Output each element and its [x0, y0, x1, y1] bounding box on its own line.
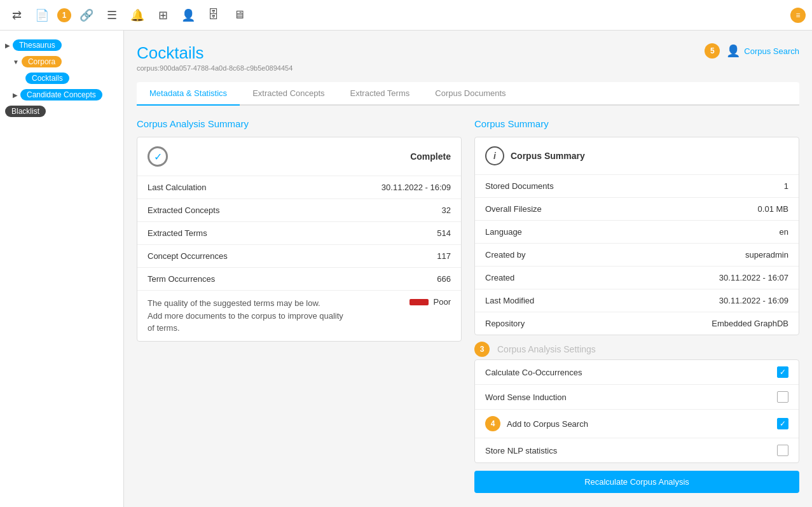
settings-header: 3 Corpus Analysis Settings — [474, 335, 799, 359]
setting-nlp-stats: Store NLP statistics — [475, 438, 799, 462]
row-last-modified: Last Modified 30.11.2022 - 16:09 — [475, 289, 799, 312]
corpus-search-label: Corpus Search — [744, 46, 799, 56]
corpus-search-icon: 👤 — [726, 44, 740, 58]
row-value-ext-terms: 514 — [437, 228, 451, 238]
row-value-concept-occ: 117 — [437, 251, 451, 261]
arrow-corpora: ▼ — [13, 59, 19, 66]
label-created: Created — [485, 273, 514, 282]
step3-badge: 3 — [474, 342, 490, 357]
toolbar-icon-document[interactable]: 📄 — [32, 5, 52, 25]
toolbar-icon-person[interactable]: 👤 — [178, 5, 198, 25]
row-value-ext-concepts: 32 — [442, 205, 451, 215]
sidebar: ▶ Thesaurus ▼ Corpora Cocktails ▶ Candid… — [0, 31, 124, 507]
corpus-summary-header: i Corpus Summary — [475, 137, 799, 175]
row-extracted-concepts: Extracted Concepts 32 — [137, 199, 461, 222]
blacklist-label[interactable]: Blacklist — [5, 106, 46, 117]
row-value-last-calc: 30.11.2022 - 16:09 — [382, 183, 451, 192]
two-column-layout: Corpus Analysis Summary ✓ Complete Last … — [137, 118, 799, 493]
recalculate-button[interactable]: Recalculate Corpus Analysis — [474, 471, 799, 493]
label-created-by: Created by — [485, 250, 526, 260]
thesaurus-label[interactable]: Thesaurus — [13, 39, 62, 51]
label-last-modified: Last Modified — [485, 296, 534, 305]
row-language: Language en — [475, 221, 799, 244]
corpus-summary-title: Corpus Summary — [474, 118, 799, 129]
row-repository: Repository Embedded GraphDB — [475, 312, 799, 335]
tab-extracted-concepts[interactable]: Extracted Concepts — [240, 82, 337, 106]
tabs-container: Metadata & Statistics Extracted Concepts… — [137, 82, 799, 106]
toolbar-icon-share[interactable]: ⇄ — [6, 5, 27, 25]
toolbar-icon-list[interactable]: ☰ — [102, 5, 122, 25]
row-concept-occurrences: Concept Occurrences 117 — [137, 245, 461, 268]
settings-card: Calculate Co-Occurrences ✓ Word Sense In… — [474, 359, 799, 463]
summary-header: ✓ Complete — [137, 137, 461, 176]
toolbar-icon-link[interactable]: 🔗 — [76, 5, 97, 25]
setting-corpus-search: 4 Add to Corpus Search ✓ — [475, 410, 799, 438]
corpus-summary-header-label: Corpus Summary — [511, 151, 585, 161]
label-corpus-search-setting: Add to Corpus Search — [507, 419, 588, 429]
row-filesize: Overall Filesize 0.01 MB — [475, 198, 799, 221]
toolbar-icon-db[interactable]: 🗄 — [203, 5, 224, 25]
row-created: Created 30.11.2022 - 16:07 — [475, 267, 799, 289]
corpus-analysis-card: ✓ Complete Last Calculation 30.11.2022 -… — [137, 137, 462, 342]
checkbox-word-sense[interactable] — [777, 391, 788, 403]
summary-status: Complete — [410, 151, 451, 162]
sidebar-item-candidate[interactable]: ▶ Candidate Concepts — [0, 87, 123, 103]
toolbar-icon-hierarchy[interactable]: ⊞ — [153, 5, 173, 25]
row-label-term-occ: Term Occurrences — [148, 274, 215, 284]
sidebar-item-thesaurus[interactable]: ▶ Thesaurus — [0, 37, 123, 53]
tab-corpus-documents[interactable]: Corpus Documents — [422, 82, 518, 106]
corpus-analysis-title: Corpus Analysis Summary — [137, 118, 462, 129]
corpus-search-button[interactable]: 5 👤 Corpus Search — [705, 43, 799, 59]
quality-bar: Poor — [409, 297, 451, 307]
left-column: Corpus Analysis Summary ✓ Complete Last … — [137, 118, 462, 493]
corpus-summary-card: i Corpus Summary Stored Documents 1 Over… — [474, 137, 799, 335]
sidebar-item-corpora[interactable]: ▼ Corpora — [0, 53, 123, 70]
label-co-occurrences: Calculate Co-Occurrences — [485, 368, 582, 377]
candidate-label[interactable]: Candidate Concepts — [20, 89, 102, 101]
row-label-ext-terms: Extracted Terms — [148, 228, 207, 238]
value-repository: Embedded GraphDB — [712, 319, 788, 328]
step4-badge: 4 — [485, 416, 500, 431]
value-filesize: 0.01 MB — [758, 204, 788, 214]
main-layout: ▶ Thesaurus ▼ Corpora Cocktails ▶ Candid… — [0, 31, 812, 507]
row-label-ext-concepts: Extracted Concepts — [148, 205, 219, 215]
checkbox-corpus-search[interactable]: ✓ — [777, 418, 788, 429]
label-word-sense: Word Sense Induction — [485, 392, 567, 402]
cocktails-label[interactable]: Cocktails — [25, 73, 69, 84]
setting-co-occurrences: Calculate Co-Occurrences ✓ — [475, 360, 799, 385]
page-header-left: Cocktails corpus:900da057-4788-4a0d-8c68… — [137, 43, 292, 72]
checkbox-co-occurrences[interactable]: ✓ — [777, 366, 788, 378]
label-nlp-stats: Store NLP statistics — [485, 446, 557, 455]
label-stored-docs: Stored Documents — [485, 181, 554, 191]
tab-metadata[interactable]: Metadata & Statistics — [137, 82, 240, 106]
row-label-concept-occ: Concept Occurrences — [148, 251, 228, 261]
row-value-term-occ: 666 — [437, 274, 451, 284]
value-stored-docs: 1 — [784, 181, 788, 191]
toolbar-badge-1[interactable]: 1 — [57, 8, 71, 22]
checkbox-nlp-stats[interactable] — [777, 445, 788, 456]
row-extracted-terms: Extracted Terms 514 — [137, 222, 461, 245]
label-filesize: Overall Filesize — [485, 204, 542, 214]
value-created-by: superadmin — [745, 250, 788, 260]
content-area: Cocktails corpus:900da057-4788-4a0d-8c68… — [124, 31, 812, 507]
row-quality: The quality of the suggested terms may b… — [137, 291, 461, 341]
info-icon: i — [485, 146, 504, 165]
toolbar-icon-bell[interactable]: 🔔 — [127, 5, 148, 25]
toolbar-badge-right[interactable]: ≡ — [790, 8, 806, 23]
page-header: Cocktails corpus:900da057-4788-4a0d-8c68… — [137, 43, 799, 72]
toolbar-icon-server[interactable]: 🖥 — [229, 5, 249, 25]
quality-indicator — [409, 299, 429, 305]
page-subtitle: corpus:900da057-4788-4a0d-8c68-c9b5e0894… — [137, 64, 292, 72]
row-label-last-calc: Last Calculation — [148, 183, 207, 192]
row-last-calculation: Last Calculation 30.11.2022 - 16:09 — [137, 176, 461, 199]
arrow-thesaurus: ▶ — [5, 42, 10, 49]
sidebar-item-cocktails[interactable]: Cocktails — [0, 70, 123, 87]
sidebar-item-blacklist[interactable]: Blacklist — [0, 103, 123, 120]
row-term-occurrences: Term Occurrences 666 — [137, 268, 461, 291]
settings-title: Corpus Analysis Settings — [497, 344, 596, 354]
value-language: en — [780, 227, 788, 237]
corpora-label[interactable]: Corpora — [22, 56, 62, 67]
right-column: Corpus Summary i Corpus Summary Stored D… — [474, 118, 799, 493]
toolbar: ⇄ 📄 1 🔗 ☰ 🔔 ⊞ 👤 🗄 🖥 ≡ — [0, 0, 812, 31]
tab-extracted-terms[interactable]: Extracted Terms — [338, 82, 423, 106]
